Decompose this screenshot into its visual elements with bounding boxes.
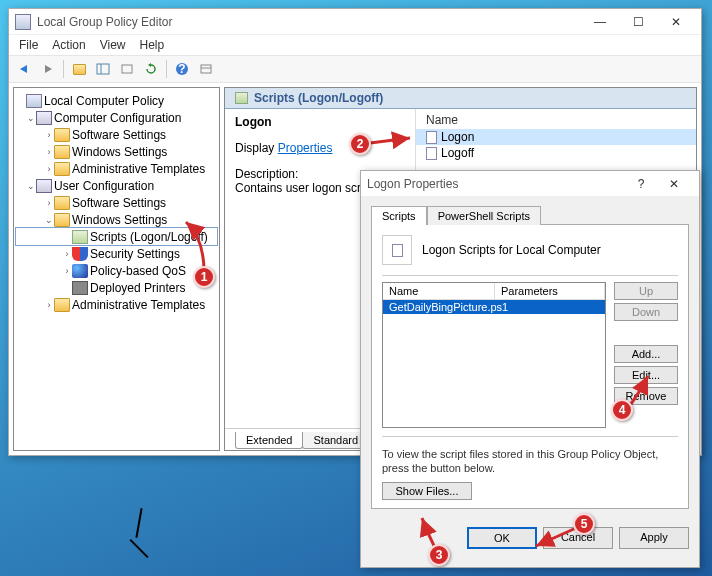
svg-rect-5 — [201, 65, 211, 73]
forward-button[interactable] — [37, 58, 59, 80]
script-icon — [382, 235, 412, 265]
list-col-name[interactable]: Name — [383, 283, 495, 299]
close-button[interactable]: ✕ — [657, 10, 695, 34]
annotation-marker-1: 1 — [193, 266, 215, 288]
maximize-button[interactable]: ☐ — [619, 10, 657, 34]
titlebar[interactable]: Local Group Policy Editor — ☐ ✕ — [9, 9, 701, 35]
tab-scripts[interactable]: Scripts — [371, 206, 427, 225]
show-files-button[interactable]: Show Files... — [382, 482, 472, 500]
tab-powershell[interactable]: PowerShell Scripts — [427, 206, 541, 225]
help-button[interactable]: ? — [171, 58, 193, 80]
tree-cc-admin[interactable]: ›Administrative Templates — [16, 160, 217, 177]
tab-extended[interactable]: Extended — [235, 432, 303, 449]
export-button[interactable] — [116, 58, 138, 80]
menu-help[interactable]: Help — [140, 38, 165, 52]
apply-button[interactable]: Apply — [619, 527, 689, 549]
toolbar: ? — [9, 55, 701, 83]
app-icon — [15, 14, 31, 30]
tree-computer-config[interactable]: ⌄Computer Configuration — [16, 109, 217, 126]
list-item-logoff[interactable]: Logoff — [416, 145, 696, 161]
tree-user-config[interactable]: ⌄User Configuration — [16, 177, 217, 194]
tree-cc-software[interactable]: ›Software Settings — [16, 126, 217, 143]
window-title: Local Group Policy Editor — [37, 15, 581, 29]
down-button[interactable]: Down — [614, 303, 678, 321]
svg-text:?: ? — [178, 62, 185, 76]
dialog-subtitle: Logon Scripts for Local Computer — [422, 243, 601, 257]
menu-view[interactable]: View — [100, 38, 126, 52]
menu-action[interactable]: Action — [52, 38, 85, 52]
tree-printers[interactable]: Deployed Printers — [16, 279, 217, 296]
list-col-params[interactable]: Parameters — [495, 283, 605, 299]
ok-button[interactable]: OK — [467, 527, 537, 549]
detail-header: Scripts (Logon/Logoff) — [225, 88, 696, 109]
up-button[interactable] — [68, 58, 90, 80]
script-listbox[interactable]: Name Parameters GetDailyBingPicture.ps1 — [382, 282, 606, 428]
refresh-button[interactable] — [140, 58, 162, 80]
filter-button[interactable] — [195, 58, 217, 80]
detail-selected-title: Logon — [235, 115, 405, 129]
tree-cc-windows[interactable]: ›Windows Settings — [16, 143, 217, 160]
dialog-close-button[interactable]: ✕ — [655, 172, 693, 196]
annotation-marker-3: 3 — [428, 544, 450, 566]
dialog-help-button[interactable]: ? — [627, 172, 655, 196]
annotation-marker-2: 2 — [349, 133, 371, 155]
annotation-marker-4: 4 — [611, 399, 633, 421]
annotation-marker-5: 5 — [573, 513, 595, 535]
tree-uc-software[interactable]: ›Software Settings — [16, 194, 217, 211]
list-item-logon[interactable]: Logon — [416, 129, 696, 145]
tree-uc-admin[interactable]: ›Administrative Templates — [16, 296, 217, 313]
dialog-title: Logon Properties — [367, 177, 627, 191]
annotation-arrow-2 — [368, 131, 418, 154]
up-button[interactable]: Up — [614, 282, 678, 300]
tree-root[interactable]: Local Computer Policy — [16, 92, 217, 109]
show-files-text: To view the script files stored in this … — [382, 447, 678, 476]
menubar: File Action View Help — [9, 35, 701, 55]
script-row[interactable]: GetDailyBingPicture.ps1 — [383, 300, 605, 314]
logon-properties-dialog: Logon Properties ? ✕ Scripts PowerShell … — [360, 170, 700, 568]
col-name[interactable]: Name — [426, 113, 686, 127]
menu-file[interactable]: File — [19, 38, 38, 52]
show-tree-button[interactable] — [92, 58, 114, 80]
svg-rect-2 — [122, 65, 132, 73]
minimize-button[interactable]: — — [581, 10, 619, 34]
add-button[interactable]: Add... — [614, 345, 678, 363]
properties-link[interactable]: Properties — [278, 141, 333, 155]
back-button[interactable] — [13, 58, 35, 80]
svg-rect-0 — [97, 64, 109, 74]
